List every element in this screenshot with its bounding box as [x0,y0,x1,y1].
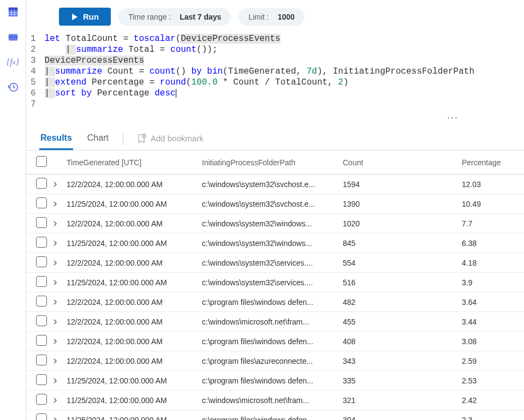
cell-count: 343 [343,357,462,365]
cell-path: c:\windows\system32\windows... [202,219,343,228]
cell-pct: 2.59 [462,357,520,365]
cell-count: 1594 [343,180,462,189]
cell-count: 1020 [343,219,462,228]
table-row[interactable]: 12/2/2024, 12:00:00.000 AMc:\windows\sys… [26,214,524,233]
query-editor[interactable]: 1234567 let TotalCount = toscalar(Device… [26,32,524,110]
table-row[interactable]: 11/25/2024, 12:00:00.000 AMc:\program fi… [26,371,524,391]
time-range-picker[interactable]: Time range : Last 7 days [118,8,231,26]
cell-count: 1390 [343,200,462,208]
row-checkbox[interactable] [36,197,47,208]
card-icon[interactable] [5,29,21,45]
cell-count: 408 [343,337,462,346]
tab-chart[interactable]: Chart [86,127,110,150]
table-row[interactable]: 12/2/2024, 12:00:00.000 AMc:\windows\mic… [26,312,524,332]
tab-results[interactable]: Results [39,127,73,150]
more-menu[interactable]: ··· [26,110,524,124]
table-row[interactable]: 11/25/2024, 12:00:00.000 AMc:\program fi… [26,410,524,420]
col-count-header[interactable]: Count [343,158,462,167]
table-row[interactable]: 12/2/2024, 12:00:00.000 AMc:\program fil… [26,351,524,371]
expand-row-icon[interactable] [52,180,67,189]
fx-icon[interactable]: {fx} [5,55,21,70]
expand-row-icon[interactable] [52,396,67,405]
expand-row-icon[interactable] [52,200,67,208]
expand-row-icon[interactable] [52,337,67,346]
cell-pct: 6.38 [462,239,520,248]
cell-path: c:\windows\system32\svchost.e... [202,180,343,189]
limit-label: Limit : [248,13,269,21]
expand-row-icon[interactable] [52,416,67,421]
row-checkbox[interactable] [36,178,47,189]
cell-time: 12/2/2024, 12:00:00.000 AM [67,298,202,307]
cell-pct: 7.7 [462,219,520,228]
query-toolbar: Run Time range : Last 7 days Limit : 100… [26,0,524,32]
expand-row-icon[interactable] [52,239,67,248]
row-checkbox[interactable] [36,217,47,228]
expand-row-icon[interactable] [52,278,67,287]
expand-row-icon[interactable] [52,317,67,326]
expand-row-icon[interactable] [52,259,67,267]
row-checkbox[interactable] [36,355,47,365]
cell-path: c:\program files\windows defen... [202,298,343,307]
col-pct-header[interactable]: Percentage [462,158,520,167]
table-row[interactable]: 12/2/2024, 12:00:00.000 AMc:\program fil… [26,292,524,312]
table-row[interactable]: 12/2/2024, 12:00:00.000 AMc:\program fil… [26,332,524,351]
cell-path: c:\program files\windows defen... [202,337,343,346]
code-area[interactable]: let TotalCount = toscalar(DeviceProcessE… [45,33,524,110]
cell-pct: 2.42 [462,396,520,405]
grid-header: TimeGenerated [UTC] InitiatingProcessFol… [26,151,524,175]
table-row[interactable]: 11/25/2024, 12:00:00.000 AMc:\windows\sy… [26,233,524,253]
cell-path: c:\windows\microsoft.net\fram... [202,317,343,326]
row-checkbox[interactable] [36,296,47,307]
cell-pct: 10.49 [462,200,520,208]
cell-path: c:\windows\system32\services.... [202,278,343,287]
col-time-header[interactable]: TimeGenerated [UTC] [67,158,202,167]
cell-path: c:\windows\microsoft.net\fram... [202,396,343,405]
cell-time: 11/25/2024, 12:00:00.000 AM [67,200,202,208]
cell-path: c:\program files\azureconnecte... [202,357,343,365]
row-checkbox[interactable] [36,256,47,267]
result-tabs: Results Chart Add bookmark [26,127,524,151]
results-grid: TimeGenerated [UTC] InitiatingProcessFol… [26,151,524,420]
cell-count: 304 [343,416,462,421]
line-gutter: 1234567 [31,33,45,110]
cell-time: 12/2/2024, 12:00:00.000 AM [67,259,202,267]
expand-row-icon[interactable] [52,376,67,385]
table-row[interactable]: 11/25/2024, 12:00:00.000 AMc:\windows\sy… [26,273,524,292]
row-checkbox[interactable] [36,374,47,385]
row-checkbox[interactable] [36,335,47,346]
table-row[interactable]: 11/25/2024, 12:00:00.000 AMc:\windows\sy… [26,194,524,214]
expand-row-icon[interactable] [52,357,67,365]
cell-time: 11/25/2024, 12:00:00.000 AM [67,376,202,385]
row-checkbox[interactable] [36,237,47,248]
col-path-header[interactable]: InitiatingProcessFolderPath [202,158,343,167]
cell-count: 845 [343,239,462,248]
select-all-checkbox[interactable] [36,156,47,167]
row-checkbox[interactable] [36,276,47,287]
row-checkbox[interactable] [36,315,47,326]
cell-time: 11/25/2024, 12:00:00.000 AM [67,278,202,287]
expand-row-icon[interactable] [52,298,67,307]
run-button[interactable]: Run [59,8,111,26]
row-checkbox[interactable] [36,413,47,420]
expand-row-icon[interactable] [52,219,67,228]
tables-icon[interactable] [5,4,21,20]
cell-count: 482 [343,298,462,307]
cell-time: 12/2/2024, 12:00:00.000 AM [67,337,202,346]
history-icon[interactable] [5,80,21,95]
table-row[interactable]: 11/25/2024, 12:00:00.000 AMc:\windows\mi… [26,391,524,410]
svg-rect-1 [8,8,17,10]
table-row[interactable]: 12/2/2024, 12:00:00.000 AMc:\windows\sys… [26,253,524,273]
bookmark-label: Add bookmark [151,134,204,143]
limit-picker[interactable]: Limit : 1000 [239,8,304,26]
cell-time: 12/2/2024, 12:00:00.000 AM [67,317,202,326]
cell-count: 516 [343,278,462,287]
cell-count: 554 [343,259,462,267]
cell-count: 455 [343,317,462,326]
add-bookmark-button[interactable]: Add bookmark [136,133,204,144]
table-row[interactable]: 12/2/2024, 12:00:00.000 AMc:\windows\sys… [26,175,524,194]
cell-path: c:\windows\system32\services.... [202,259,343,267]
cell-time: 12/2/2024, 12:00:00.000 AM [67,219,202,228]
row-checkbox[interactable] [36,394,47,405]
cell-pct: 2.3 [462,416,520,421]
play-icon [71,13,79,21]
